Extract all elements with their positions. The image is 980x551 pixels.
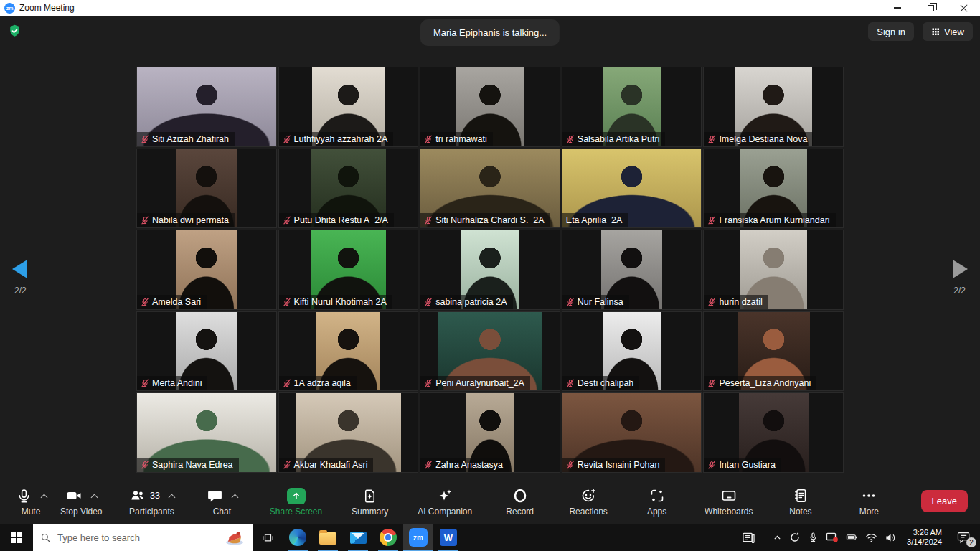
view-button[interactable]: View <box>923 22 973 41</box>
participant-tile[interactable]: hurin dzatil <box>703 230 844 310</box>
participant-tile[interactable]: Saphira Nava Edrea <box>136 392 277 473</box>
participant-tile[interactable]: Fransiska Arum Kurniandari <box>703 149 844 229</box>
participant-nameplate: Nur Falinsa <box>562 295 629 309</box>
participant-tile[interactable]: Intan Gustiara <box>703 392 844 473</box>
chevron-up-icon[interactable] <box>40 494 47 501</box>
restore-button[interactable] <box>914 0 947 16</box>
battery-icon <box>846 532 858 542</box>
participant-nameplate: Nabila dwi permata <box>137 213 235 227</box>
participant-nameplate: Peni Auralynurbait_2A <box>420 376 530 390</box>
ai-companion-button[interactable]: AI Companion <box>413 479 476 524</box>
participant-name: Fransiska Arum Kurniandari <box>719 215 829 225</box>
news-widget-button[interactable] <box>738 524 759 551</box>
participant-tile[interactable]: Eta Aprilia_2A <box>562 149 702 229</box>
apps-button[interactable]: Apps <box>632 479 682 524</box>
participant-nameplate: Revita Isnaini Pohan <box>562 458 666 472</box>
search-highlight-pie-image[interactable] <box>224 529 245 546</box>
participants-button[interactable]: 33 Participants <box>125 479 179 524</box>
page-indicator-right: 2/2 <box>953 286 966 296</box>
clock-date: 3/14/2024 <box>907 537 942 547</box>
next-page-arrow[interactable] <box>953 260 968 278</box>
participant-name: Desti chalipah <box>578 378 634 388</box>
battery-status-icon[interactable] <box>842 524 862 551</box>
chevron-up-icon[interactable] <box>91 494 98 501</box>
leave-button[interactable]: Leave <box>921 490 968 512</box>
participant-tile[interactable]: Amelda Sari <box>136 230 277 310</box>
participant-tile[interactable]: sabina patricia 2A <box>420 230 560 310</box>
mic-muted-icon <box>707 298 716 306</box>
participant-tile[interactable]: Kifti Nurul Khotimah 2A <box>278 230 419 310</box>
participants-icon <box>129 487 146 504</box>
mute-button[interactable]: Mute <box>6 479 56 524</box>
participant-tile[interactable]: Peserta_Liza Andriyani <box>703 311 844 392</box>
taskbar-app-zoom[interactable]: zm <box>403 524 433 551</box>
clock-time: 3:26 AM <box>907 528 942 537</box>
participant-tile[interactable]: Desti chalipah <box>562 311 702 392</box>
mic-muted-icon <box>283 379 291 387</box>
taskbar-clock[interactable]: 3:26 AM 3/14/2024 <box>900 528 948 547</box>
screen-sharing-indicator[interactable] <box>822 524 842 551</box>
minimize-button[interactable] <box>881 0 914 16</box>
zoom-app-icon: zm <box>4 3 15 14</box>
taskbar-app-file-explorer[interactable] <box>313 524 343 551</box>
previous-page-arrow[interactable] <box>12 260 27 278</box>
participant-tile[interactable]: Siti Azizah Zhafirah <box>136 67 277 147</box>
mic-muted-icon <box>424 379 433 387</box>
taskbar-app-chrome[interactable] <box>373 524 403 551</box>
participant-tile[interactable]: Imelga Destiana Nova <box>703 67 844 147</box>
action-center-button[interactable]: 2 <box>948 524 980 551</box>
record-button[interactable]: Record <box>495 479 545 524</box>
notes-button[interactable]: Notes <box>776 479 826 524</box>
sign-in-button[interactable]: Sign in <box>868 22 914 41</box>
reactions-button[interactable]: Reactions <box>563 479 613 524</box>
mic-icon <box>16 488 32 504</box>
taskbar-search[interactable] <box>33 524 253 551</box>
wifi-status-icon[interactable] <box>862 524 881 551</box>
share-screen-button[interactable]: Share Screen <box>265 479 326 524</box>
more-button[interactable]: More <box>844 479 894 524</box>
video-grid: Siti Azizah Zhafirah Luthfiyyah azzahrah… <box>136 67 844 473</box>
search-input[interactable] <box>57 532 217 543</box>
taskbar-app-word[interactable]: W <box>433 524 463 551</box>
mic-muted-icon <box>707 216 716 225</box>
participant-tile[interactable]: Peni Auralynurbait_2A <box>420 311 560 392</box>
search-icon <box>40 532 51 543</box>
taskbar-app-mail[interactable] <box>343 524 373 551</box>
sync-status-icon[interactable] <box>786 524 804 551</box>
chevron-up-icon[interactable] <box>231 494 238 501</box>
participant-tile[interactable]: tri rahmawati <box>420 67 560 147</box>
participant-name: Revita Isnaini Pohan <box>578 460 660 470</box>
participant-nameplate: Siti Azizah Zhafirah <box>137 132 235 146</box>
participant-tile[interactable]: Zahra Anastasya <box>420 392 560 473</box>
participant-name: 1A adzra aqila <box>294 378 351 388</box>
whiteboards-icon <box>720 487 738 504</box>
participant-tile[interactable]: 1A adzra aqila <box>278 311 419 392</box>
participant-tile[interactable]: Putu Dhita Restu A_2/A <box>278 149 419 229</box>
task-view-button[interactable] <box>253 524 283 551</box>
show-hidden-icons-button[interactable] <box>769 524 786 551</box>
participant-tile[interactable]: Salsabila Artika Putri <box>562 67 702 147</box>
participant-tile[interactable]: Revita Isnaini Pohan <box>562 392 702 473</box>
chevron-up-icon[interactable] <box>168 494 175 501</box>
participant-tile[interactable]: Nur Falinsa <box>562 230 702 310</box>
taskbar-app-edge[interactable] <box>283 524 313 551</box>
mic-muted-icon <box>707 379 716 387</box>
tray-microphone-icon[interactable] <box>804 524 822 551</box>
summary-button[interactable]: Summary <box>345 479 395 524</box>
participant-tile[interactable]: Akbar Khadafi Asri <box>278 392 419 473</box>
start-button[interactable] <box>0 524 33 551</box>
whiteboards-button[interactable]: Whiteboards <box>700 479 757 524</box>
participant-tile[interactable]: Merta Andini <box>136 311 277 392</box>
stop-video-button[interactable]: Stop Video <box>56 479 107 524</box>
participant-nameplate: Peserta_Liza Andriyani <box>704 376 816 390</box>
close-button[interactable] <box>947 0 980 16</box>
participant-tile[interactable]: Nabila dwi permata <box>136 149 277 229</box>
participant-tile[interactable]: Luthfiyyah azzahrah 2A <box>278 67 419 147</box>
volume-icon[interactable] <box>881 524 900 551</box>
participant-nameplate: Akbar Khadafi Asri <box>279 458 374 472</box>
participant-nameplate: Eta Aprilia_2A <box>562 213 628 227</box>
meeting-security-shield-icon[interactable] <box>7 24 22 39</box>
mic-muted-icon <box>424 216 433 225</box>
chat-button[interactable]: Chat <box>197 479 247 524</box>
participant-tile[interactable]: Siti Nurhaliza Chardi S._2A <box>420 149 560 229</box>
